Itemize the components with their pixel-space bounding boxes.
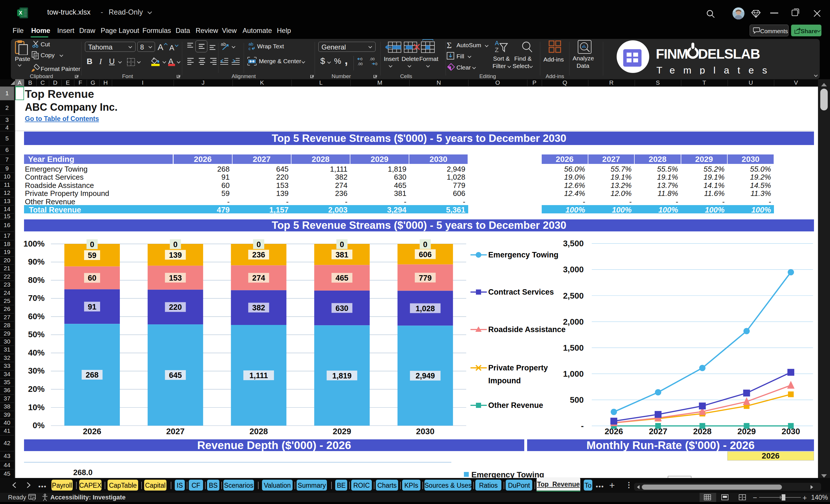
svg-text:2028: 2028 bbox=[249, 427, 268, 436]
svg-text:3,500: 3,500 bbox=[563, 239, 584, 248]
svg-text:153: 153 bbox=[169, 274, 182, 282]
svg-text:0%: 0% bbox=[33, 421, 44, 430]
svg-text:DELSLAB: DELSLAB bbox=[698, 46, 760, 62]
svg-text:20%: 20% bbox=[28, 384, 44, 393]
svg-text:59: 59 bbox=[88, 251, 96, 260]
svg-text:ab: ab bbox=[249, 42, 253, 46]
svg-text:Z: Z bbox=[495, 46, 499, 53]
svg-text:2,000: 2,000 bbox=[563, 317, 584, 326]
svg-text:Other Revenue: Other Revenue bbox=[488, 401, 543, 410]
svg-text:-: - bbox=[581, 421, 584, 431]
svg-text:2030: 2030 bbox=[416, 427, 435, 436]
svg-text:382: 382 bbox=[252, 304, 265, 312]
svg-text:2026: 2026 bbox=[83, 427, 101, 436]
svg-text:Private Property: Private Property bbox=[488, 364, 548, 372]
svg-text:220: 220 bbox=[169, 303, 182, 312]
svg-text:0: 0 bbox=[173, 240, 178, 249]
svg-text:Impound: Impound bbox=[488, 376, 521, 385]
svg-text:139: 139 bbox=[169, 251, 182, 259]
svg-text:465: 465 bbox=[336, 274, 348, 282]
svg-text:ab: ab bbox=[221, 42, 226, 46]
svg-text:0: 0 bbox=[257, 240, 261, 249]
svg-text:10%: 10% bbox=[28, 403, 44, 412]
svg-text:X: X bbox=[19, 10, 22, 16]
svg-text:FINM: FINM bbox=[656, 46, 688, 62]
svg-text:80%: 80% bbox=[28, 276, 44, 285]
svg-text:381: 381 bbox=[336, 251, 348, 259]
svg-text:236: 236 bbox=[252, 251, 265, 259]
svg-text:Contract Services: Contract Services bbox=[488, 288, 554, 296]
svg-text:40%: 40% bbox=[28, 348, 44, 357]
svg-text:.00: .00 bbox=[357, 62, 363, 66]
svg-text:Emergency Towing: Emergency Towing bbox=[488, 251, 558, 259]
svg-text:Roadside Assistance: Roadside Assistance bbox=[488, 325, 566, 334]
svg-text:70%: 70% bbox=[28, 293, 44, 303]
svg-text:0: 0 bbox=[360, 57, 362, 61]
svg-text:3,000: 3,000 bbox=[563, 265, 584, 274]
svg-text:c: c bbox=[249, 46, 251, 51]
svg-text:779: 779 bbox=[419, 274, 432, 282]
svg-text:2,949: 2,949 bbox=[416, 372, 435, 380]
svg-text:268: 268 bbox=[86, 371, 98, 379]
svg-text:0: 0 bbox=[375, 62, 377, 66]
svg-text:500: 500 bbox=[570, 395, 584, 405]
svg-text:645: 645 bbox=[169, 371, 182, 380]
svg-text:274: 274 bbox=[252, 274, 265, 282]
svg-text:0: 0 bbox=[423, 240, 427, 249]
svg-text:30%: 30% bbox=[28, 366, 44, 375]
svg-text:60: 60 bbox=[88, 274, 96, 282]
svg-text:1,000: 1,000 bbox=[563, 369, 584, 378]
svg-text:2029: 2029 bbox=[332, 427, 351, 436]
svg-text:2027: 2027 bbox=[166, 427, 185, 436]
svg-text:1,028: 1,028 bbox=[416, 304, 435, 313]
svg-text:1,500: 1,500 bbox=[563, 343, 584, 352]
svg-text:630: 630 bbox=[336, 304, 348, 313]
svg-text:0: 0 bbox=[90, 240, 94, 249]
svg-text:A: A bbox=[495, 39, 499, 46]
svg-text:0: 0 bbox=[340, 240, 344, 249]
svg-text:.00: .00 bbox=[370, 57, 375, 61]
svg-text:1,111: 1,111 bbox=[249, 371, 268, 380]
svg-text:606: 606 bbox=[419, 250, 432, 259]
svg-text:60%: 60% bbox=[28, 312, 44, 321]
svg-text:Templates: Templates bbox=[657, 65, 775, 74]
svg-text:1,819: 1,819 bbox=[332, 372, 352, 380]
svg-text:50%: 50% bbox=[28, 330, 44, 339]
svg-text:91: 91 bbox=[88, 303, 96, 311]
svg-text:100%: 100% bbox=[24, 239, 44, 248]
svg-text:2,500: 2,500 bbox=[563, 291, 584, 300]
svg-text:90%: 90% bbox=[28, 257, 44, 266]
